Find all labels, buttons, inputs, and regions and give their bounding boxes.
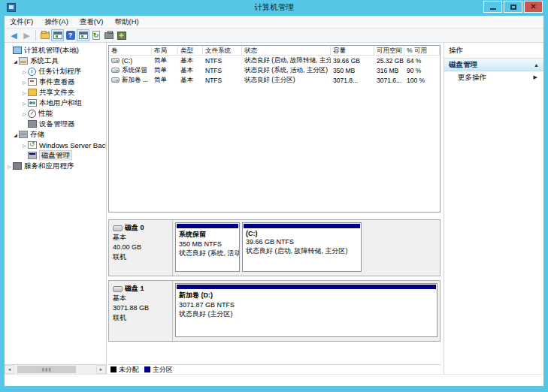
expand-icon[interactable]: ▷ <box>21 101 28 106</box>
tree-item-event-viewer[interactable]: ▷ 事件查看器 <box>5 77 106 87</box>
partition-d[interactable]: 新加卷 (D:) 3071.87 GB NTFS 状态良好 (主分区) <box>175 283 437 337</box>
tree-item-windows-server-backup[interactable]: ▷ Windows Server Back <box>5 140 106 150</box>
tree-item-performance[interactable]: ▷ 性能 <box>5 108 106 119</box>
expand-icon[interactable]: ▷ <box>21 143 28 148</box>
expand-icon[interactable]: ▷ <box>21 111 28 116</box>
unallocated-swatch <box>111 366 117 372</box>
help-icon: ? <box>66 31 75 40</box>
actions-title: 操作 <box>444 43 543 59</box>
scroll-left-button[interactable]: ◂ <box>5 365 14 374</box>
disk-1-track: 新加卷 (D:) 3071.87 GB NTFS 状态良好 (主分区) <box>173 281 440 341</box>
title-bar: 计算机管理 ✕ <box>0 0 548 16</box>
tree-item-device-manager[interactable]: 设备管理器 <box>5 119 106 129</box>
volume-row-c[interactable]: (C:) 简单 基本 NTFS 状态良好 (启动, 故障转储, 主分区) 39.… <box>109 56 440 65</box>
properties-icon <box>104 32 114 39</box>
tree-item-system-tools[interactable]: ◢ 系统工具 <box>5 56 106 66</box>
partition-c[interactable]: (C:) 39.66 GB NTFS 状态良好 (启动, 故障转储, 主分区) <box>242 222 362 272</box>
collapse-icon[interactable]: ◢ <box>12 59 19 64</box>
col-pct-free[interactable]: % 可用 <box>404 46 440 55</box>
menu-action[interactable]: 操作(A) <box>44 17 68 27</box>
expand-icon[interactable]: ▷ <box>21 69 28 74</box>
back-button[interactable]: ◀ <box>8 29 20 41</box>
expand-icon[interactable]: ▷ <box>21 90 28 95</box>
primary-partition-band <box>177 224 238 228</box>
tree-item-task-scheduler[interactable]: ▷ 任务计划程序 <box>5 66 106 77</box>
status-bar <box>5 374 543 386</box>
up-folder-button[interactable]: ↑ <box>38 29 51 41</box>
graphical-view: 磁盘 0 基本 40.00 GB 联机 系统保留 350 MB NTFS 状态良… <box>108 216 441 363</box>
scrollbar-thumb[interactable]: ▮▮▮ <box>17 366 76 373</box>
col-volume[interactable]: 卷 <box>109 46 152 55</box>
properties-button[interactable] <box>102 29 115 41</box>
volume-list: 卷 布局 类型 文件系统 状态 容量 可用空间 % 可用 (C:) 简单 基本 … <box>108 45 441 213</box>
volume-list-header: 卷 布局 类型 文件系统 状态 容量 可用空间 % 可用 <box>109 46 440 56</box>
collapse-section-icon[interactable]: ▲ <box>534 62 539 68</box>
primary-partition-swatch <box>144 366 150 372</box>
settings-button[interactable]: ✚ <box>115 29 128 41</box>
action-pane-icon <box>79 32 88 39</box>
more-actions-item[interactable]: 更多操作 ▶ <box>444 71 543 83</box>
computer-management-window: 计算机管理 ✕ 文件(F) 操作(A) 查看(V) 帮助(H) ◀ ▶ ↑ ? … <box>0 0 548 392</box>
partition-system-reserved[interactable]: 系统保留 350 MB NTFS 状态良好 (系统, 活动, 主分区) <box>175 222 240 272</box>
help-button[interactable]: ? <box>64 29 77 41</box>
tree-item-storage[interactable]: ◢ 存储 <box>5 129 106 140</box>
disk-1-header[interactable]: 磁盘 1 基本 3071.88 GB 联机 <box>109 281 173 341</box>
refresh-button[interactable]: ↻ <box>89 29 102 41</box>
expand-icon[interactable]: ▷ <box>6 164 13 169</box>
toolbar-separator <box>35 30 36 41</box>
scrollbar-track[interactable]: ▮▮▮ <box>14 365 96 374</box>
disk-icon <box>113 286 123 292</box>
console-tree-icon <box>53 32 62 39</box>
grip-icon: ▮▮▮ <box>42 367 52 372</box>
scroll-right-button[interactable]: ▸ <box>96 365 106 374</box>
device-manager-icon <box>28 120 37 128</box>
performance-icon <box>28 110 36 118</box>
col-layout[interactable]: 布局 <box>152 46 178 55</box>
console-tree-panel: 计算机管理(本地) ◢ 系统工具 ▷ 任务计划程序 ▷ <box>5 43 107 374</box>
disk-0-row: 磁盘 0 基本 40.00 GB 联机 系统保留 350 MB NTFS 状态良… <box>108 219 441 276</box>
expand-icon[interactable]: ▷ <box>21 80 28 85</box>
minimize-button[interactable] <box>483 1 502 13</box>
menu-help[interactable]: 帮助(H) <box>114 17 138 27</box>
forward-icon: ▶ <box>23 32 29 40</box>
tree-horizontal-scrollbar[interactable]: ◂ ▮▮▮ ▸ <box>5 364 106 374</box>
volume-row-system-reserved[interactable]: 系统保留 简单 基本 NTFS 状态良好 (系统, 活动, 主分区) 350 M… <box>109 65 440 75</box>
menu-view[interactable]: 查看(V) <box>80 17 104 27</box>
toggle-action-pane-button[interactable] <box>77 29 89 41</box>
col-free-space[interactable]: 可用空间 <box>374 46 404 55</box>
tree-item-disk-management[interactable]: 磁盘管理 <box>5 150 106 161</box>
disk-0-header[interactable]: 磁盘 0 基本 40.00 GB 联机 <box>109 220 173 276</box>
tree-item-shared-folders[interactable]: ▷ 共享文件夹 <box>5 87 106 98</box>
services-applications-icon <box>13 162 22 170</box>
actions-pane: 操作 磁盘管理 ▲ 更多操作 ▶ <box>444 43 543 374</box>
disk-1-row: 磁盘 1 基本 3071.88 GB 联机 新加卷 (D:) 3071.87 G… <box>108 280 441 342</box>
event-viewer-icon <box>28 78 37 86</box>
volume-icon <box>111 77 120 83</box>
tree-item-local-users-groups[interactable]: ▷ 本地用户和组 <box>5 98 106 108</box>
submenu-arrow-icon: ▶ <box>534 74 537 80</box>
col-status[interactable]: 状态 <box>242 46 331 55</box>
selected-tree-label: 磁盘管理 <box>39 150 72 161</box>
volume-row-new-volume[interactable]: 新加卷 ... 简单 基本 NTFS 状态良好 (主分区) 3071.8... … <box>109 75 440 85</box>
volume-icon <box>111 68 120 73</box>
toggle-console-tree-button[interactable] <box>51 29 64 41</box>
disk-management-section-header[interactable]: 磁盘管理 ▲ <box>444 59 543 71</box>
col-type[interactable]: 类型 <box>178 46 203 55</box>
menu-file[interactable]: 文件(F) <box>10 17 33 27</box>
volume-icon <box>111 58 120 63</box>
close-button[interactable]: ✕ <box>524 1 543 13</box>
disk-management-view: 卷 布局 类型 文件系统 状态 容量 可用空间 % 可用 (C:) 简单 基本 … <box>107 43 444 374</box>
col-filesystem[interactable]: 文件系统 <box>203 46 242 55</box>
forward-button[interactable]: ▶ <box>20 29 33 41</box>
minimize-icon <box>490 8 496 10</box>
window-title: 计算机管理 <box>0 2 548 13</box>
up-folder-icon: ↑ <box>41 32 50 39</box>
tree-item-services-applications[interactable]: ▷ 服务和应用程序 <box>5 161 106 171</box>
maximize-button[interactable] <box>504 1 522 13</box>
shared-folders-icon <box>28 89 37 96</box>
tree-item-computer-management[interactable]: 计算机管理(本地) <box>5 45 106 56</box>
col-capacity[interactable]: 容量 <box>331 46 374 55</box>
disk-icon <box>113 225 123 231</box>
disk-0-track: 系统保留 350 MB NTFS 状态良好 (系统, 活动, 主分区) (C:)… <box>173 220 440 276</box>
collapse-icon[interactable]: ◢ <box>12 132 19 137</box>
